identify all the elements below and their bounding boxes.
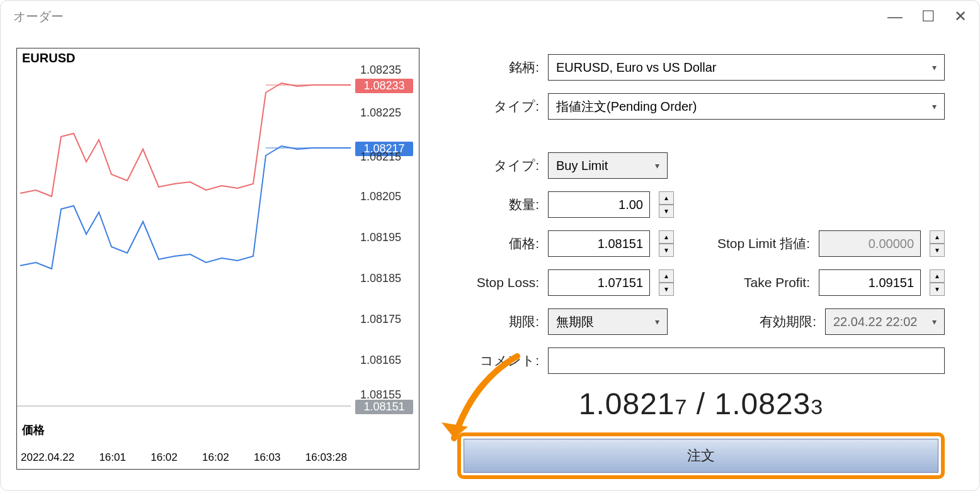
expiry-label: 期限: xyxy=(457,313,539,330)
bid-ask-display: 1.08217 / 1.08233 xyxy=(457,387,945,421)
volume-label: 数量: xyxy=(457,196,539,213)
spin-up-icon[interactable]: ▲ xyxy=(930,269,945,283)
ordertype-label: タイプ: xyxy=(457,98,539,115)
price-label: 価格: xyxy=(457,235,539,252)
titlebar: オーダー — ☐ ✕ xyxy=(1,1,979,32)
price-spinner[interactable]: ▲ ▼ xyxy=(659,230,674,257)
stoploss-input[interactable] xyxy=(548,269,650,296)
comment-input[interactable] xyxy=(548,347,945,374)
minimize-icon[interactable]: — xyxy=(887,8,903,25)
spin-down-icon: ▼ xyxy=(930,244,945,257)
chevron-down-icon: ▾ xyxy=(932,317,937,327)
price-chart: EURUSD 価格 1.08235 1.08233 1.08225 1.0821… xyxy=(16,48,419,470)
window-title: オーダー xyxy=(13,8,64,25)
takeprofit-label: Take Profit: xyxy=(703,275,810,290)
volume-input[interactable] xyxy=(548,191,650,218)
takeprofit-input[interactable] xyxy=(819,269,921,296)
chevron-down-icon: ▾ xyxy=(655,161,659,171)
comment-label: コメント: xyxy=(457,352,539,370)
stoploss-label: Stop Loss: xyxy=(457,275,539,290)
ordertype-select[interactable]: 指値注文(Pending Order) ▾ xyxy=(548,93,945,120)
stoploss-spinner[interactable]: ▲ ▼ xyxy=(659,269,674,296)
symbol-label: 銘柄: xyxy=(457,59,539,76)
expirydate-select: 22.04.22 22:02 ▾ xyxy=(825,308,945,335)
chart-ylabel: 価格 xyxy=(22,422,45,437)
close-icon[interactable]: ✕ xyxy=(954,8,967,25)
chevron-down-icon: ▾ xyxy=(655,317,659,327)
orderprice-badge: 1.08151 xyxy=(355,400,413,414)
stoplimit-input xyxy=(819,230,921,257)
spin-down-icon[interactable]: ▼ xyxy=(659,205,674,218)
spin-up-icon[interactable]: ▲ xyxy=(659,230,674,244)
pendingtype-select[interactable]: Buy Limit ▾ xyxy=(548,152,668,179)
pendingtype-label: タイプ: xyxy=(457,157,539,174)
spin-up-icon[interactable]: ▲ xyxy=(659,191,674,205)
order-form: 銘柄: EURUSD, Euro vs US Dollar ▾ タイプ: 指値注… xyxy=(457,48,964,475)
x-axis: 2022.04.22 16:01 16:02 16:02 16:03 16:03… xyxy=(17,451,351,464)
chevron-down-icon: ▾ xyxy=(932,62,937,72)
chevron-down-icon: ▾ xyxy=(932,101,937,111)
spin-down-icon[interactable]: ▼ xyxy=(930,283,945,296)
spin-down-icon[interactable]: ▼ xyxy=(659,283,674,296)
order-button-highlight: 注文 xyxy=(457,432,945,479)
spin-down-icon[interactable]: ▼ xyxy=(659,244,674,257)
expiry-select[interactable]: 無期限 ▾ xyxy=(548,308,668,335)
takeprofit-spinner[interactable]: ▲ ▼ xyxy=(930,269,945,296)
ask-badge: 1.08233 xyxy=(355,79,413,93)
stoplimit-label: Stop Limit 指値: xyxy=(703,235,810,252)
maximize-icon[interactable]: ☐ xyxy=(921,8,935,25)
y-axis: 1.08235 1.08233 1.08225 1.08217 1.08215 … xyxy=(354,48,417,432)
stoplimit-spinner: ▲ ▼ xyxy=(930,230,945,257)
chart-lines xyxy=(17,48,351,432)
spin-up-icon[interactable]: ▲ xyxy=(659,269,674,283)
volume-spinner[interactable]: ▲ ▼ xyxy=(659,191,674,218)
price-input[interactable] xyxy=(548,230,650,257)
symbol-select[interactable]: EURUSD, Euro vs US Dollar ▾ xyxy=(548,54,945,81)
order-button[interactable]: 注文 xyxy=(464,439,938,473)
spin-up-icon: ▲ xyxy=(930,230,945,244)
expirydate-label: 有効期限: xyxy=(709,313,816,330)
order-window: オーダー — ☐ ✕ EURUSD 価格 xyxy=(0,0,980,491)
